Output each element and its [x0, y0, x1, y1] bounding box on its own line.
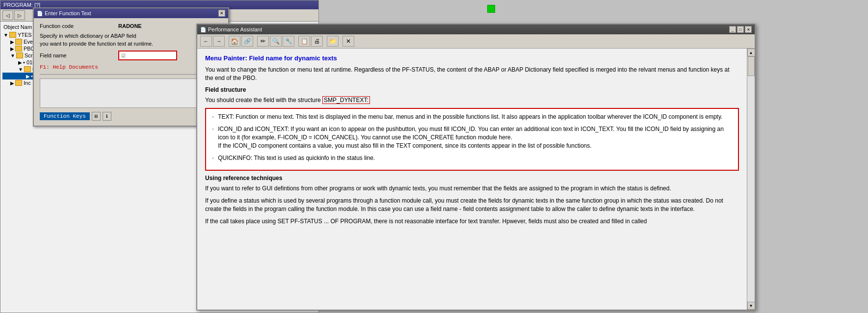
pa-scroll-thumb[interactable] — [748, 56, 755, 76]
pa-para-1: You want to change the function or menu … — [205, 66, 739, 82]
pa-struct-text-1: TEXT: Function or menu text. This text i… — [218, 113, 722, 121]
folder-icon — [9, 32, 16, 38]
field-name-label: Field name — [40, 52, 118, 58]
pa-titlebar: 📄 Performance Assistant _ □ ✕ — [197, 25, 755, 34]
enter-dialog-titlebar: 📄 Enter Function Text ✕ — [34, 8, 228, 18]
pa-file-button[interactable]: 📁 — [327, 36, 339, 47]
separator — [40, 74, 222, 75]
desc-line-2: you want to provide the function text at… — [40, 41, 222, 47]
function-keys-row: Function Keys ⊞ ℹ — [40, 112, 222, 121]
list-area — [40, 78, 222, 108]
pa-toolbar-close-button[interactable]: ✕ — [342, 36, 354, 47]
pa-forward-button[interactable]: → — [213, 36, 225, 47]
pa-structure-intro: You should create the field with the str… — [205, 96, 739, 104]
green-status-indicator — [487, 5, 495, 13]
function-code-value: RADONE — [118, 23, 142, 29]
folder-icon — [15, 39, 22, 45]
pa-struct-item-icon: ◦ ICON_ID and ICON_TEXT: If you want an … — [212, 125, 732, 150]
pa-struct-text-3: QUICKINFO: This text is used as quickinf… — [218, 154, 375, 162]
bullet-icon-1: ◦ — [212, 113, 214, 120]
pa-struct-item-text: ◦ TEXT: Function or menu text. This text… — [212, 113, 732, 121]
pa-structure-box: ◦ TEXT: Function or menu text. This text… — [205, 108, 739, 171]
arrow-icon: ▼ — [18, 67, 23, 72]
fk-icon-btn-1[interactable]: ⊞ — [92, 112, 101, 121]
pa-maximize-button[interactable]: □ — [737, 26, 744, 33]
arrow-icon: ▶ — [10, 46, 14, 52]
folder-icon — [15, 46, 22, 52]
folder-icon — [16, 52, 23, 58]
function-code-label: Function code — [40, 23, 118, 29]
help-text: F1: Help Documents — [40, 64, 222, 70]
pa-scrollbar: ▲ ▼ — [747, 49, 755, 310]
toolbar-btn-1[interactable]: ◁ — [2, 10, 13, 20]
pa-search-button[interactable]: 🔍 — [270, 36, 282, 47]
pa-para-reference: If you want to refer to GUI defintions f… — [205, 184, 739, 193]
pa-link-button[interactable]: 🔗 — [241, 36, 253, 47]
pa-close-button[interactable]: ✕ — [745, 26, 752, 33]
pa-title-left: 📄 Performance Assistant — [200, 26, 262, 32]
function-keys-label: Function Keys — [40, 112, 90, 120]
bullet-icon-2: ◦ — [212, 126, 214, 132]
field-name-row: Field name ☑ — [40, 51, 222, 60]
pa-structure-name: SMP_DYNTEXT: — [322, 96, 370, 104]
toolbar-btn-2[interactable]: ▷ — [14, 10, 25, 20]
pa-struct-text-2: ICON_ID and ICON_TEXT: If you want an ic… — [218, 125, 732, 150]
function-code-row: Function code RADONE — [40, 23, 222, 29]
tree-item-label: PB0 — [24, 46, 34, 52]
bullet-icon-3: ◦ — [212, 155, 214, 161]
pa-print-button[interactable]: 🖨 — [311, 36, 323, 47]
pa-settings-button[interactable]: 🔧 — [283, 36, 294, 47]
tree-item-label: Scr — [25, 52, 33, 58]
pa-title-icon: 📄 — [200, 27, 206, 32]
pa-main-content: Menu Painter: Field name for dynamic tex… — [197, 49, 747, 310]
tree-item-label: YTES — [18, 32, 32, 38]
pa-para-set-pf: If the call takes place using SET PF-STA… — [205, 217, 739, 226]
tree-item-label: Eve — [24, 39, 33, 45]
checkbox-icon: ☑ — [121, 53, 126, 58]
dialog-title-icon: 📄 — [37, 11, 43, 16]
arrow-icon: ▼ — [3, 32, 8, 38]
pa-scroll-track — [747, 56, 755, 302]
field-name-input[interactable]: ☑ — [118, 51, 177, 60]
tree-item-label: Inc — [24, 80, 31, 86]
arrow-icon: ▶ — [10, 39, 14, 45]
pa-para-module: If you define a status which is used by … — [205, 197, 739, 213]
field-name-field-row: Field name ☑ — [40, 51, 222, 60]
pa-struct-item-quickinfo: ◦ QUICKINFO: This text is used as quicki… — [212, 154, 732, 162]
folder-icon — [15, 80, 22, 86]
pa-back-button[interactable]: ← — [200, 36, 212, 47]
folder-icon — [24, 66, 31, 72]
arrow-icon: ▶ — [10, 80, 14, 86]
pa-main-heading: Menu Painter: Field name for dynamic tex… — [205, 54, 739, 62]
enter-dialog-title: Enter Function Text — [45, 10, 91, 16]
pa-window-controls: _ □ ✕ — [729, 26, 752, 33]
pa-edit-button[interactable]: ✏ — [257, 36, 269, 47]
pa-scroll-up-button[interactable]: ▲ — [747, 49, 755, 56]
enter-dialog-close-button[interactable]: ✕ — [218, 10, 225, 17]
pa-toolbar: ← → 🏠 🔗 ✏ 🔍 🔧 📋 🖨 📁 ✕ — [197, 34, 755, 49]
pa-structure-intro-text: You should create the field with the str… — [205, 97, 321, 104]
desc-line-1: Specify in which dictionary or ABAP fiel… — [40, 33, 222, 39]
pa-content-area: Menu Painter: Field name for dynamic tex… — [197, 49, 755, 310]
pa-home-button[interactable]: 🏠 — [229, 36, 240, 47]
pa-section-field-structure: Field structure — [205, 86, 739, 93]
pa-section-reference: Using reference techniques — [205, 175, 739, 182]
pa-scroll-down-button[interactable]: ▼ — [747, 302, 755, 310]
pa-title: Performance Assistant — [208, 26, 262, 32]
pa-minimize-button[interactable]: _ — [729, 26, 736, 33]
fk-icon-btn-2[interactable]: ℹ — [103, 112, 111, 121]
arrow-icon: ▶ — [18, 60, 22, 65]
arrow-icon: ▶ — [26, 74, 30, 79]
pa-clip-button[interactable]: 📋 — [298, 36, 310, 47]
arrow-icon: ▼ — [10, 53, 15, 58]
performance-assistant-window: 📄 Performance Assistant _ □ ✕ ← → 🏠 🔗 ✏ … — [196, 24, 756, 311]
